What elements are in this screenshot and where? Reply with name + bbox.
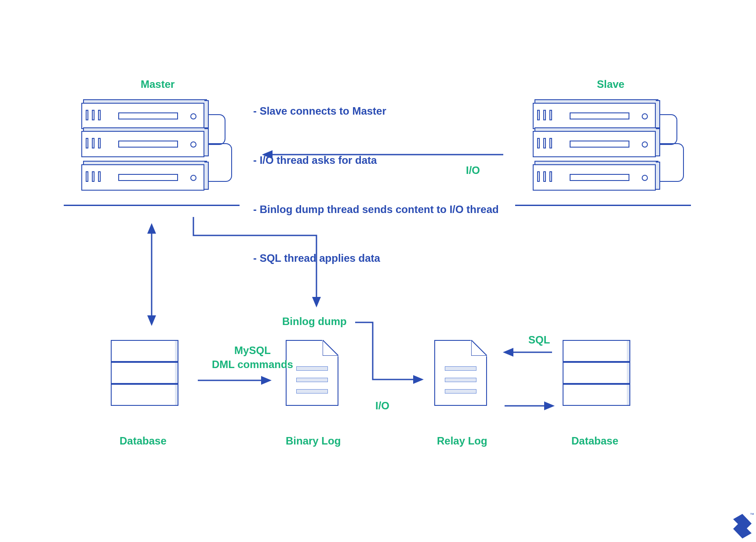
slave-cable-1: [660, 114, 677, 145]
svg-marker-4: [147, 315, 156, 326]
bullet-4: - SQL thread applies data: [253, 250, 499, 266]
binlog-dump-label: Binlog dump: [282, 315, 347, 328]
master-server-icon: [81, 103, 213, 191]
bullet-1: - Slave connects to Master: [253, 103, 499, 119]
master-database-icon: [111, 340, 176, 406]
slave-server-icon: [533, 103, 665, 191]
svg-marker-7: [261, 376, 272, 385]
slave-title: Slave: [597, 78, 625, 90]
sql-label: SQL: [528, 334, 550, 346]
slave-cable-2: [660, 143, 684, 182]
master-cable-1: [208, 114, 225, 145]
svg-marker-8: [413, 375, 424, 384]
svg-marker-10: [503, 348, 513, 357]
bullet-2: - I/O thread asks for data: [253, 152, 499, 168]
io-label-bottom: I/O: [375, 400, 389, 412]
relay-log-icon: [434, 340, 487, 406]
svg-marker-3: [147, 223, 156, 234]
bullet-3: - Binlog dump thread sends content to I/…: [253, 201, 499, 217]
io-label-top: I/O: [466, 164, 480, 177]
process-bullets: - Slave connects to Master - I/O thread …: [253, 70, 499, 299]
slave-baseline: [515, 205, 691, 206]
trademark-symbol: ™: [750, 512, 754, 517]
binary-log-caption: Binary Log: [286, 435, 341, 447]
master-title: Master: [141, 78, 174, 90]
brand-logo-icon: ™: [731, 513, 753, 539]
database-right-caption: Database: [571, 435, 618, 447]
database-left-caption: Database: [120, 435, 167, 447]
relay-log-caption: Relay Log: [437, 435, 487, 447]
svg-marker-12: [544, 401, 555, 410]
binary-log-icon: [286, 340, 338, 406]
master-cable-2: [208, 143, 232, 182]
mysql-dml-label: MySQLDML commands: [212, 343, 293, 372]
slave-database-icon: [563, 340, 628, 406]
master-baseline: [64, 205, 240, 206]
